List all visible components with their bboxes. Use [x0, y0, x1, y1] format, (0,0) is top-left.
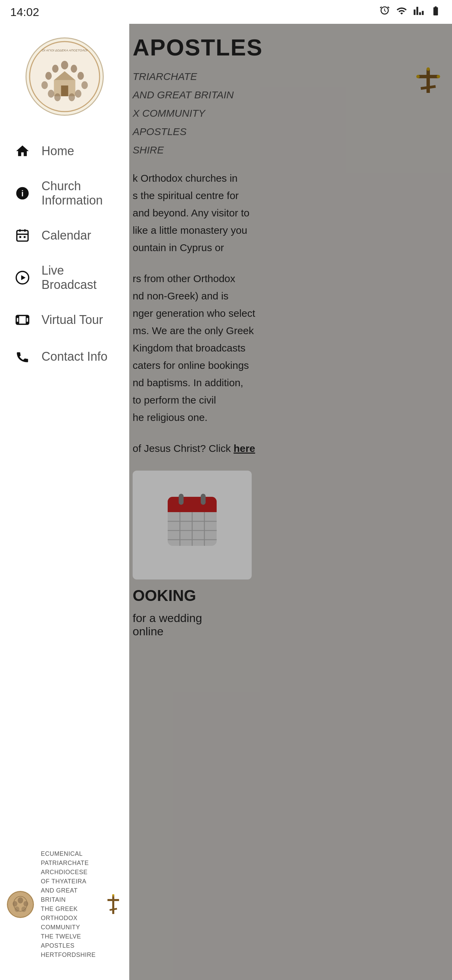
status-bar: 14:02: [0, 0, 452, 24]
sidebar-item-home[interactable]: Home: [0, 133, 129, 169]
sidebar-item-church-information[interactable]: i Church Information: [0, 169, 129, 217]
main-screen: ΟΙ ΑΓΙΟΙ ΔΩΔΕΚΑ ΑΠΟΣΤΟΛΟΙ Home i: [0, 24, 452, 980]
svg-rect-37: [112, 895, 114, 914]
sidebar-logo: ΟΙ ΑΓΙΟΙ ΔΩΔΕΚΑ ΑΠΟΣΤΟΛΟΙ: [25, 37, 104, 116]
svg-point-36: [21, 907, 26, 912]
phone-icon: [14, 348, 31, 366]
footer-logo-small: [7, 891, 34, 918]
home-icon: [14, 142, 31, 160]
svg-marker-22: [21, 275, 25, 280]
sidebar-logo-container: ΟΙ ΑΓΙΟΙ ΔΩΔΕΚΑ ΑΠΟΣΤΟΛΟΙ: [0, 24, 129, 126]
svg-point-4: [61, 61, 68, 69]
sidebar-item-label-home: Home: [41, 144, 74, 158]
footer-text: ECUMENICAL PATRIARCHATE ARCHDIOCESE OF T…: [41, 850, 97, 959]
svg-rect-18: [17, 231, 28, 241]
svg-point-11: [48, 90, 54, 98]
sidebar-nav: Home i Church Information: [0, 126, 129, 843]
signal-icon: [413, 5, 424, 19]
footer-line1: ECUMENICAL PATRIARCHATE: [41, 850, 97, 868]
sidebar-item-label-virtual-tour: Virtual Tour: [41, 313, 103, 327]
status-icons: [379, 5, 442, 19]
film-icon: [14, 311, 31, 329]
footer-cross-icon: [104, 895, 122, 914]
calendar-icon: [14, 227, 31, 244]
footer-line2: ARCHDIOCESE OF THYATEIRA AND GREAT BRITA…: [41, 868, 97, 904]
sidebar-footer: ECUMENICAL PATRIARCHATE ARCHDIOCESE OF T…: [0, 843, 129, 966]
svg-rect-20: [24, 236, 26, 238]
sidebar-item-contact-info[interactable]: Contact Info: [0, 338, 129, 375]
svg-point-33: [13, 901, 17, 907]
svg-text:ΟΙ ΑΓΙΟΙ ΔΩΔΕΚΑ ΑΠΟΣΤΟΛΟΙ: ΟΙ ΑΓΙΟΙ ΔΩΔΕΚΑ ΑΠΟΣΤΟΛΟΙ: [42, 49, 88, 52]
svg-point-9: [41, 81, 48, 89]
svg-point-8: [78, 72, 84, 80]
svg-point-7: [45, 72, 52, 80]
sidebar-item-calendar[interactable]: Calendar: [0, 217, 129, 254]
sidebar-item-label-live-broadcast: Live Broadcast: [41, 263, 116, 292]
svg-rect-38: [108, 899, 119, 901]
svg-point-32: [18, 897, 23, 904]
svg-rect-19: [19, 236, 21, 238]
sidebar-item-label-contact-info: Contact Info: [41, 350, 108, 364]
svg-point-6: [71, 65, 77, 73]
alarm-icon: [379, 5, 390, 19]
footer-line5: HERTFORDSHIRE: [41, 950, 97, 959]
svg-point-10: [81, 81, 88, 89]
footer-line4: THE TWELVE APOSTLES: [41, 932, 97, 950]
svg-text:i: i: [21, 189, 24, 198]
apostles-medallion-icon: ΟΙ ΑΓΙΟΙ ΔΩΔΕΚΑ ΑΠΟΣΤΟΛΟΙ: [29, 41, 100, 112]
sidebar-item-virtual-tour[interactable]: Virtual Tour: [0, 301, 129, 338]
svg-point-34: [24, 901, 28, 907]
info-icon: i: [14, 185, 31, 202]
sidebar-item-label-calendar: Calendar: [41, 228, 91, 243]
content-area: APOSTLES TRIARCHATE AND GREAT BRITAIN X …: [129, 24, 452, 980]
svg-rect-3: [61, 86, 68, 96]
status-time: 14:02: [10, 5, 39, 19]
battery-icon: [430, 5, 442, 19]
sidebar-drawer: ΟΙ ΑΓΙΟΙ ΔΩΔΕΚΑ ΑΠΟΣΤΟΛΟΙ Home i: [0, 24, 129, 980]
svg-point-14: [69, 93, 75, 101]
sidebar-item-label-church-information: Church Information: [41, 179, 116, 208]
svg-point-30: [8, 891, 33, 917]
sidebar-item-live-broadcast[interactable]: Live Broadcast: [0, 254, 129, 301]
svg-point-13: [54, 93, 61, 101]
wifi-icon: [395, 5, 408, 19]
svg-point-12: [75, 90, 81, 98]
svg-point-5: [52, 65, 59, 73]
footer-line3: THE GREEK ORTHODOX COMMUNITY: [41, 904, 97, 932]
svg-point-35: [14, 907, 19, 912]
play-circle-icon: [14, 269, 31, 286]
dim-overlay: [129, 24, 452, 980]
